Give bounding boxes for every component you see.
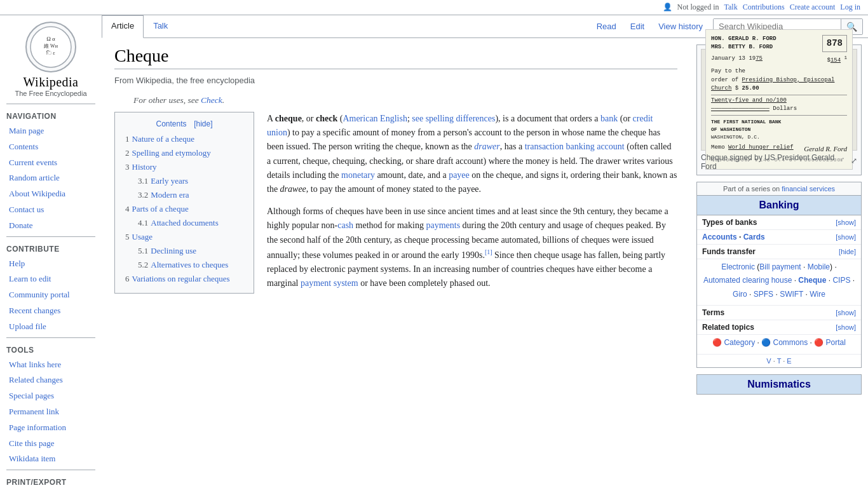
wire-link[interactable]: Wire (810, 290, 825, 299)
sidebar-item-permanent-link[interactable]: Permanent link (0, 404, 102, 420)
banking-row-related-topics: Related topics [show] (697, 320, 861, 335)
toc-link-5-1[interactable]: Declining use (151, 246, 196, 255)
vte-e-link[interactable]: E (787, 357, 791, 365)
payments-link[interactable]: payments (426, 220, 460, 230)
cheque-image-box: HON. GERALD R. FORDMRS. BETTY B. FORD 87… (696, 44, 862, 175)
electronic-link[interactable]: Electronic (721, 262, 755, 271)
sidebar-item-cite-this-page[interactable]: Cite this page (0, 436, 102, 452)
contributions-link[interactable]: Contributions (743, 3, 785, 12)
sidebar-item-learn-to-edit[interactable]: Learn to edit (0, 271, 102, 287)
bill-payment-link[interactable]: Bill payment (759, 262, 801, 271)
sidebar-item-recent-changes[interactable]: Recent changes (0, 303, 102, 319)
category-link[interactable]: Category (724, 338, 755, 347)
talk-link[interactable]: Talk (724, 3, 738, 12)
sidebar-item-wikidata-item[interactable]: Wikidata item (0, 451, 102, 467)
numismatics-title: Numismatics (697, 375, 861, 394)
transaction-banking-link[interactable]: transaction banking account (525, 142, 625, 151)
toc-title: Contents [hide] (125, 119, 243, 128)
hatnote-link[interactable]: Check (201, 95, 222, 105)
right-sidebar: HON. GERALD R. FORDMRS. BETTY B. FORD 87… (690, 38, 868, 489)
numismatics-infobox: Numismatics (696, 374, 862, 395)
expand-icon[interactable]: ⤢ (851, 156, 857, 165)
wikipedia-tagline: The Free Encyclopedia (15, 90, 86, 97)
sidebar-item-help[interactable]: Help (0, 256, 102, 272)
banking-row-types: Types of banks [show] (697, 215, 861, 230)
toc-link-6[interactable]: Variations on regular cheques (132, 274, 230, 283)
american-english-link[interactable]: American English (342, 114, 407, 123)
nav-section-title: Navigation (0, 107, 102, 123)
footnote-1[interactable]: [1] (485, 248, 492, 255)
toc-link-3-1[interactable]: Early years (151, 176, 188, 186)
sidebar-item-related-changes[interactable]: Related changes (0, 372, 102, 388)
sidebar-item-page-information[interactable]: Page information (0, 420, 102, 436)
toc-link-4[interactable]: Parts of a cheque (132, 204, 189, 214)
toc-link-2[interactable]: Spelling and etymology (132, 148, 211, 158)
funds-transfer-toggle[interactable]: [hide] (839, 248, 856, 255)
print-section-title: Print/export (0, 473, 102, 488)
accounts-cards-label: Accounts · Cards (702, 233, 772, 241)
svg-text:維 Wи: 維 Wи (43, 43, 58, 49)
log-in-link[interactable]: Log in (840, 3, 860, 12)
sidebar-item-what-links-here[interactable]: What links here (0, 357, 102, 373)
financial-services-link[interactable]: financial services (782, 185, 835, 193)
sidebar-item-community-portal[interactable]: Community portal (0, 287, 102, 303)
table-of-contents: Contents [hide] 1Nature of a cheque 2Spe… (114, 112, 254, 294)
ach-link[interactable]: Automated clearing house (703, 276, 792, 285)
article-title: Cheque (114, 46, 677, 69)
hatnote: For other uses, see Check. (114, 93, 677, 112)
sidebar-item-upload-file[interactable]: Upload file (0, 319, 102, 335)
cards-link[interactable]: Cards (743, 233, 765, 241)
create-account-link[interactable]: Create account (790, 3, 836, 12)
spfs-link[interactable]: SPFS (754, 290, 773, 299)
giro-link[interactable]: Giro (733, 290, 747, 299)
sidebar-item-main-page[interactable]: Main page (0, 123, 102, 139)
sidebar-item-special-pages[interactable]: Special pages (0, 388, 102, 404)
payment-system-link[interactable]: payment system (301, 278, 358, 288)
toc-link-5-2[interactable]: Alternatives to cheques (151, 260, 228, 269)
not-logged-in-text: Not logged in (677, 3, 719, 12)
toc-label: Contents (156, 119, 186, 128)
vte-t-link[interactable]: T (777, 357, 782, 365)
mobile-link[interactable]: Mobile (808, 262, 830, 271)
payee-link[interactable]: payee (449, 170, 470, 180)
main-content: Cheque From Wikipedia, the free encyclop… (102, 38, 868, 489)
tab-talk[interactable]: Talk (144, 15, 177, 38)
content-area: Article Talk Read Edit View history 🔍 Ch… (102, 15, 868, 488)
toc-link-3-2[interactable]: Modern era (151, 190, 189, 200)
toc-link-5[interactable]: Usage (132, 232, 153, 241)
funds-transfer-content: Electronic (Bill payment · Mobile) · Aut… (697, 259, 861, 306)
toc-link-3[interactable]: History (132, 162, 157, 172)
accounts-cards-toggle[interactable]: [show] (836, 233, 856, 241)
terms-toggle[interactable]: [show] (836, 309, 856, 316)
types-of-banks-toggle[interactable]: [show] (836, 219, 856, 226)
related-topics-toggle[interactable]: [show] (836, 323, 856, 331)
accounts-link[interactable]: Accounts (702, 233, 737, 241)
sidebar-item-contents[interactable]: Contents (0, 139, 102, 155)
cash-link[interactable]: cash (337, 220, 353, 230)
sidebar-item-about-wikipedia[interactable]: About Wikipedia (0, 186, 102, 202)
commons-link[interactable]: Commons (773, 338, 808, 347)
sidebar-item-current-events[interactable]: Current events (0, 155, 102, 171)
swift-link[interactable]: SWIFT (780, 290, 803, 299)
cips-link[interactable]: CIPS (832, 276, 850, 285)
vte-v-link[interactable]: V (766, 357, 771, 365)
tab-article[interactable]: Article (102, 15, 144, 38)
toc-link-4-1[interactable]: Attached documents (151, 218, 219, 227)
tab-edit[interactable]: Edit (627, 19, 648, 34)
toc-link-1[interactable]: Nature of a cheque (132, 134, 195, 144)
tab-read[interactable]: Read (593, 19, 620, 34)
sidebar-item-random-article[interactable]: Random article (0, 170, 102, 186)
monetary-link[interactable]: monetary (341, 170, 375, 180)
tools-section-title: Tools (0, 341, 102, 357)
tab-view-history[interactable]: View history (654, 19, 707, 34)
toc-hide-toggle[interactable]: [hide] (194, 119, 212, 128)
cheque-link[interactable]: Cheque (798, 276, 826, 285)
drawer-link[interactable]: drawer (474, 142, 499, 151)
spelling-differences-link[interactable]: see spelling differences (412, 114, 495, 123)
portal-link[interactable]: Portal (826, 338, 846, 347)
toc-item-5-2: 5.2Alternatives to cheques (125, 258, 243, 272)
sidebar-item-donate[interactable]: Donate (0, 218, 102, 234)
sidebar-item-contact-us[interactable]: Contact us (0, 202, 102, 218)
bank-link[interactable]: bank (600, 114, 618, 123)
funds-transfer-label: Funds transfer (702, 247, 772, 256)
